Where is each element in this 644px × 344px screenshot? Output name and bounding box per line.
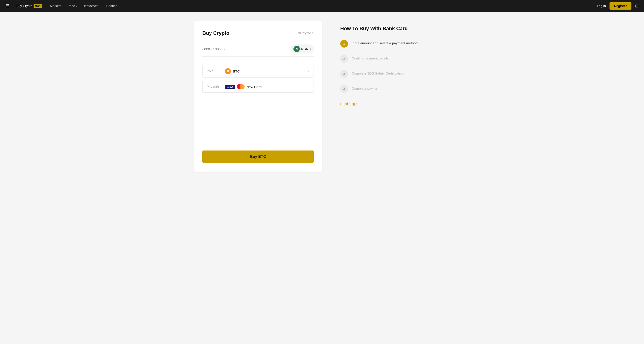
step-4-circle: 4 (340, 85, 348, 93)
pay-field-value: VISA New Card (225, 84, 262, 89)
nav-finance[interactable]: Finance ▾ (106, 4, 120, 8)
main-content: Buy Crypto Sell Crypto > ₦ NGN ▾ Coin ₿ (162, 12, 482, 181)
buy-crypto-nav[interactable]: Buy Crypto NGN ▾ (16, 4, 44, 8)
mc-circle-right (240, 84, 244, 89)
coin-field-value: ₿ BTC (225, 68, 308, 74)
pay-with-label: Pay with (207, 85, 225, 89)
sell-crypto-link[interactable]: Sell Crypto > (295, 31, 314, 35)
login-button[interactable]: Log In (597, 4, 606, 8)
buy-crypto-label: Buy Crypto (16, 4, 32, 8)
amount-input-wrapper: ₦ NGN ▾ (202, 44, 314, 57)
how-to-title: How To Buy With Bank Card (340, 26, 450, 32)
navbar-right: Log In Register ⊞ (597, 2, 638, 10)
step-2-circle: 2 (340, 55, 348, 63)
panel-title: Buy Crypto (202, 30, 230, 36)
step-3-circle: 3 (340, 70, 348, 78)
nav-derivatives[interactable]: Derivatives ▾ (83, 4, 100, 8)
wallet-icon[interactable]: ⊞ (635, 4, 638, 9)
nav-trade[interactable]: Trade ▾ (67, 4, 77, 8)
coin-selector-row[interactable]: Coin ₿ BTC ▾ (202, 65, 314, 78)
new-card-text: New Card (246, 85, 262, 89)
step-3: 3 Complete 3DS Safety Certification. (340, 70, 450, 78)
buy-btn-wrapper: Buy BTC (202, 141, 314, 163)
need-help-link[interactable]: Need help? (340, 102, 357, 106)
ngn-badge: NGN (34, 4, 42, 8)
nav-markets[interactable]: Markets (50, 4, 62, 8)
coin-label: Coin (207, 69, 225, 73)
register-button[interactable]: Register (610, 2, 632, 10)
step-1-circle: 1 (340, 40, 348, 48)
amount-input[interactable] (202, 47, 291, 51)
trade-chevron: ▾ (76, 5, 77, 7)
panel-header: Buy Crypto Sell Crypto > (202, 30, 314, 36)
buy-button[interactable]: Buy BTC (202, 150, 314, 163)
pay-with-row[interactable]: Pay with VISA New Card (202, 81, 314, 93)
buy-panel: Buy Crypto Sell Crypto > ₦ NGN ▾ Coin ₿ (194, 21, 322, 172)
step-1: 1 Input amount and select a payment meth… (340, 40, 450, 48)
ngn-icon: ₦ (294, 46, 300, 52)
derivatives-chevron: ▾ (99, 5, 100, 7)
currency-code: NGN (301, 47, 308, 51)
step-4-text: Complete payment. (352, 85, 382, 90)
btc-icon: ₿ (225, 68, 231, 74)
step-3-text: Complete 3DS Safety Certification. (352, 70, 405, 75)
amount-section: ₦ NGN ▾ (202, 44, 314, 58)
mastercard-logo (237, 84, 244, 89)
step-1-text: Input amount and select a payment method… (352, 40, 418, 45)
visa-logo: VISA (225, 85, 235, 89)
finance-chevron: ▾ (118, 5, 120, 7)
hamburger-icon[interactable]: ☰ (6, 4, 9, 9)
currency-chevron: ▾ (310, 48, 311, 51)
step-2-text: Confirm payment details. (352, 55, 390, 60)
navbar: ☰ Buy Crypto NGN ▾ Markets Trade ▾ Deriv… (0, 0, 644, 12)
step-4: 4 Complete payment. (340, 85, 450, 93)
how-to-panel: How To Buy With Bank Card 1 Input amount… (340, 21, 450, 172)
coin-name: BTC (233, 69, 240, 73)
step-2: 2 Confirm payment details. (340, 55, 450, 63)
buy-crypto-chevron: ▾ (44, 5, 44, 7)
navbar-left: ☰ Buy Crypto NGN ▾ Markets Trade ▾ Deriv… (6, 4, 592, 9)
currency-selector[interactable]: ₦ NGN ▾ (291, 44, 314, 54)
coin-chevron: ▾ (308, 70, 310, 73)
